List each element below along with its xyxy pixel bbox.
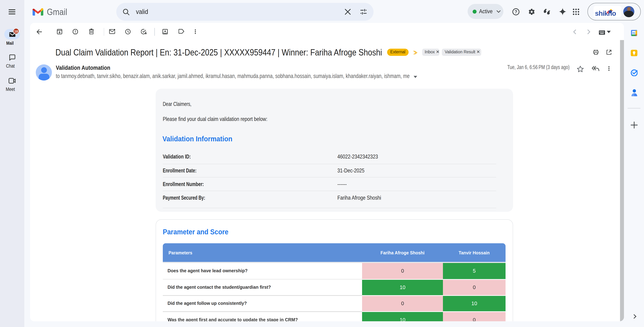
svg-text:31: 31 (632, 31, 636, 34)
svg-text:?: ? (514, 9, 517, 14)
